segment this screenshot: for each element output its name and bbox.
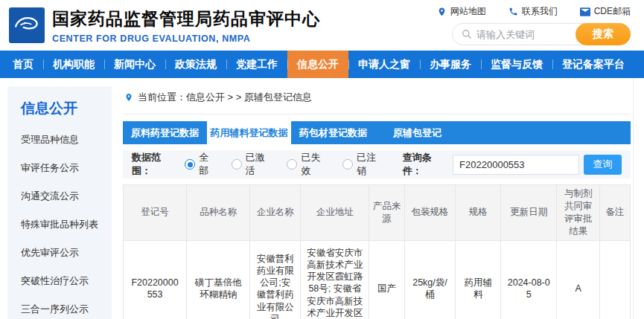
nav-item-functions[interactable]: 机构职能 bbox=[43, 51, 104, 78]
radio-cancelled[interactable]: 已注销 bbox=[342, 151, 383, 178]
col-company-name: 企业名称 bbox=[250, 185, 301, 241]
radio-expired-label: 已失效 bbox=[301, 151, 328, 178]
sidebar-item-three-in-one[interactable]: 三合一序列公示 bbox=[7, 295, 112, 319]
tab-excipient-registration[interactable]: 药用辅料登记数据 bbox=[207, 121, 291, 144]
phone-icon bbox=[508, 7, 518, 16]
cell-product-source: 国产 bbox=[369, 240, 405, 319]
contact-link[interactable]: 联系我们 bbox=[508, 5, 558, 18]
cell-update-date: 2024-08-05 bbox=[501, 240, 557, 319]
search-button[interactable]: 搜索 bbox=[576, 23, 631, 45]
radio-activated-circle[interactable] bbox=[232, 159, 242, 170]
query-button[interactable]: 查询 bbox=[584, 155, 622, 175]
main-nav: 首页 机构职能 新闻中心 政策法规 党建工作 信息公开 申请人之窗 办事服务 监… bbox=[0, 51, 644, 78]
radio-all-label: 全部 bbox=[199, 151, 216, 178]
search-input[interactable] bbox=[476, 29, 573, 40]
nav-item-applicant[interactable]: 申请人之窗 bbox=[348, 51, 420, 78]
query-condition-label: 查询条件： bbox=[403, 151, 448, 178]
site-title-block: 国家药品监督管理局药品审评中心 CENTER FOR DRUG EVALUATI… bbox=[52, 7, 320, 44]
col-packaging-spec: 包装规格 bbox=[404, 185, 455, 241]
site-title: 国家药品监督管理局药品审评中心 bbox=[52, 7, 320, 30]
sidebar-item-priority-review[interactable]: 优先审评公示 bbox=[7, 239, 112, 267]
tab-bar: 原料药登记数据 药用辅料登记数据 药包材登记数据 原辅包登记 bbox=[123, 121, 631, 144]
radio-activated[interactable]: 已激活 bbox=[232, 151, 272, 178]
results-table: 登记号 品种名称 企业名称 企业地址 产品来源 包装规格 规格 更新日期 与制剂… bbox=[123, 184, 631, 319]
radio-expired[interactable]: 已失效 bbox=[287, 151, 328, 178]
scope-label: 数据范围： bbox=[132, 151, 177, 178]
mailbox-link-label: CDE邮箱 bbox=[594, 5, 631, 18]
radio-activated-label: 已激活 bbox=[246, 151, 272, 178]
col-remarks: 备注 bbox=[600, 185, 631, 241]
filter-bar: 数据范围： 全部 已激活 已失效 已注销 查询条件： 查询 bbox=[123, 150, 631, 178]
cell-company-name: 安徽普利药业有限公司;安徽普利药业有限公司 bbox=[250, 240, 301, 319]
breadcrumb: 当前位置：信息公开 > > 原辅包登记信息 bbox=[123, 82, 631, 115]
tab-raw-aux-pack[interactable]: 原辅包登记 bbox=[375, 121, 459, 144]
site-subtitle: CENTER FOR DRUG EVALUATION, NMPA bbox=[52, 33, 320, 44]
main-content: 当前位置：信息公开 > > 原辅包登记信息 原料药登记数据 药用辅料登记数据 药… bbox=[123, 82, 631, 319]
col-company-address: 企业地址 bbox=[301, 185, 369, 241]
mailbox-link[interactable]: CDE邮箱 bbox=[580, 5, 631, 18]
radio-cancelled-circle[interactable] bbox=[342, 159, 353, 170]
radio-cancelled-label: 已注销 bbox=[357, 151, 383, 178]
nav-item-info-disclosure[interactable]: 信息公开 bbox=[287, 51, 348, 78]
col-update-date: 更新日期 bbox=[501, 185, 557, 241]
cell-registration-number: F20220000553 bbox=[124, 240, 187, 319]
table-row: F20220000553 磺丁基倍他环糊精钠 安徽普利药业有限公司;安徽普利药业… bbox=[124, 240, 631, 319]
radio-expired-circle[interactable] bbox=[287, 159, 297, 170]
nav-item-registration-platform[interactable]: 登记备案平台 bbox=[552, 51, 634, 78]
col-variety-name: 品种名称 bbox=[187, 185, 250, 241]
content-right-divider bbox=[633, 79, 634, 319]
col-registration-number: 登记号 bbox=[124, 185, 187, 241]
nav-item-supervision[interactable]: 监督与反馈 bbox=[481, 51, 552, 78]
search-icon bbox=[462, 29, 472, 39]
search-bar: 搜索 bbox=[452, 23, 631, 45]
nav-item-policy[interactable]: 政策法规 bbox=[165, 51, 226, 78]
table-header-row: 登记号 品种名称 企业名称 企业地址 产品来源 包装规格 规格 更新日期 与制剂… bbox=[124, 185, 631, 241]
col-joint-review-result: 与制剂共同审评审批结果 bbox=[557, 185, 600, 241]
radio-all-circle[interactable] bbox=[185, 159, 195, 170]
mail-icon bbox=[580, 7, 590, 16]
site-header: 国家药品监督管理局药品审评中心 CENTER FOR DRUG EVALUATI… bbox=[0, 0, 644, 51]
cell-variety-name: 磺丁基倍他环糊精钠 bbox=[187, 240, 250, 319]
sitemap-link-label: 网站地图 bbox=[450, 5, 486, 18]
quick-links: 网站地图 联系我们 CDE邮箱 bbox=[437, 5, 631, 18]
nav-item-home[interactable]: 首页 bbox=[3, 51, 43, 78]
cde-logo-icon bbox=[11, 8, 42, 42]
col-product-source: 产品来源 bbox=[369, 185, 405, 241]
header-right: 网站地图 联系我们 CDE邮箱 bbox=[437, 5, 635, 45]
col-spec: 规格 bbox=[456, 185, 501, 241]
sidebar-item-accepted-varieties[interactable]: 受理品种信息 bbox=[7, 126, 112, 154]
nav-item-services[interactable]: 办事服务 bbox=[420, 51, 481, 78]
breadcrumb-pin-icon bbox=[124, 92, 133, 103]
sidebar-item-review-tasks[interactable]: 审评任务公示 bbox=[7, 154, 112, 182]
cell-packaging-spec: 25kg/袋/桶 bbox=[404, 240, 455, 319]
cde-logo[interactable] bbox=[9, 7, 45, 43]
breadcrumb-text: 当前位置：信息公开 > > 原辅包登记信息 bbox=[138, 91, 312, 104]
sidebar: 信息公开 受理品种信息 审评任务公示 沟通交流公示 特殊审批品种列表 优先审评公… bbox=[7, 86, 112, 319]
sidebar-item-breakthrough-therapy[interactable]: 突破性治疗公示 bbox=[7, 267, 112, 295]
nav-item-news[interactable]: 新闻中心 bbox=[104, 51, 165, 78]
tab-api-registration[interactable]: 原料药登记数据 bbox=[123, 121, 207, 144]
query-input[interactable] bbox=[453, 155, 579, 175]
nav-item-party[interactable]: 党建工作 bbox=[226, 51, 287, 78]
cell-spec: 药用辅料 bbox=[456, 240, 501, 319]
sidebar-title: 信息公开 bbox=[7, 86, 112, 126]
sidebar-item-special-approval[interactable]: 特殊审批品种列表 bbox=[7, 210, 112, 239]
location-pin-icon bbox=[437, 7, 447, 17]
cell-joint-review-result: A bbox=[557, 240, 600, 319]
sidebar-item-communication[interactable]: 沟通交流公示 bbox=[7, 182, 112, 210]
cell-company-address: 安徽省安庆市高新技术产业开发区霞虹路58号; 安徽省安庆市高新技术产业开发区霞虹… bbox=[301, 240, 369, 319]
cell-remarks bbox=[600, 240, 631, 319]
sitemap-link[interactable]: 网站地图 bbox=[437, 5, 486, 18]
tab-packaging-registration[interactable]: 药包材登记数据 bbox=[291, 121, 375, 144]
page: 国家药品监督管理局药品审评中心 CENTER FOR DRUG EVALUATI… bbox=[0, 0, 644, 319]
contact-link-label: 联系我们 bbox=[522, 5, 558, 18]
radio-all[interactable]: 全部 bbox=[185, 151, 216, 178]
